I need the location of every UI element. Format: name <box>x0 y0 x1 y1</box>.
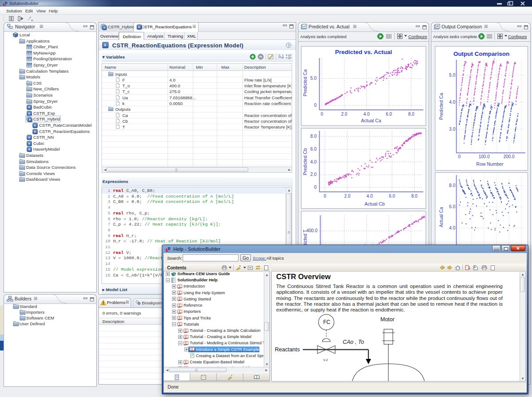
svg-text:8.0: 8.0 <box>408 112 415 117</box>
svg-text:8.0: 8.0 <box>449 183 455 188</box>
svg-text:100.0: 100.0 <box>478 154 489 159</box>
svg-text:5.0: 5.0 <box>310 76 317 81</box>
svg-text:Motor: Motor <box>380 316 395 323</box>
svg-text:4.0: 4.0 <box>310 160 317 164</box>
svg-text:3.0: 3.0 <box>449 127 455 132</box>
svg-text:2.0: 2.0 <box>344 194 350 198</box>
svg-text:Output Comparison: Output Comparison <box>454 51 510 57</box>
svg-text:5.0: 5.0 <box>449 73 455 78</box>
svg-text:V-2: V-2 <box>323 358 328 362</box>
svg-text:0: 0 <box>458 154 461 159</box>
svg-text:6.0: 6.0 <box>389 194 395 198</box>
svg-text:Predicted Cb: Predicted Cb <box>302 148 308 175</box>
svg-text:2.0: 2.0 <box>310 172 317 177</box>
svg-text:2.0: 2.0 <box>341 112 347 117</box>
svg-text:Predicted Ca: Predicted Ca <box>438 93 444 120</box>
svg-text:400.0: 400.0 <box>306 228 317 233</box>
svg-text:Reactants: Reactants <box>275 346 300 353</box>
svg-text:4.0: 4.0 <box>367 194 373 198</box>
svg-text:Row Number: Row Number <box>476 161 504 167</box>
svg-text:6.0: 6.0 <box>310 147 317 152</box>
svg-text:Actual Cb: Actual Cb <box>364 201 385 206</box>
svg-text:Actual Ca: Actual Ca <box>361 118 381 123</box>
svg-text:0: 0 <box>314 185 317 190</box>
svg-text:4.0: 4.0 <box>449 226 455 230</box>
svg-text:Predicted vs. Actual: Predicted vs. Actual <box>335 49 392 55</box>
svg-text:CAo , To: CAo , To <box>343 339 364 345</box>
svg-text:FC: FC <box>323 319 330 325</box>
svg-text:6.0: 6.0 <box>449 204 455 209</box>
svg-text:0: 0 <box>314 103 317 108</box>
svg-text:4.0: 4.0 <box>364 112 370 117</box>
svg-text:8.0: 8.0 <box>411 194 418 198</box>
svg-text:200.0: 200.0 <box>503 154 514 159</box>
svg-text:0: 0 <box>324 194 326 198</box>
svg-text:Actual Ca: Actual Ca <box>438 207 444 227</box>
svg-text:0: 0 <box>321 112 323 117</box>
svg-text:6.0: 6.0 <box>386 112 392 117</box>
svg-text:8.0: 8.0 <box>310 134 317 139</box>
svg-text:4.0: 4.0 <box>449 100 455 105</box>
svg-text:Predicted Ca: Predicted Ca <box>302 69 308 96</box>
